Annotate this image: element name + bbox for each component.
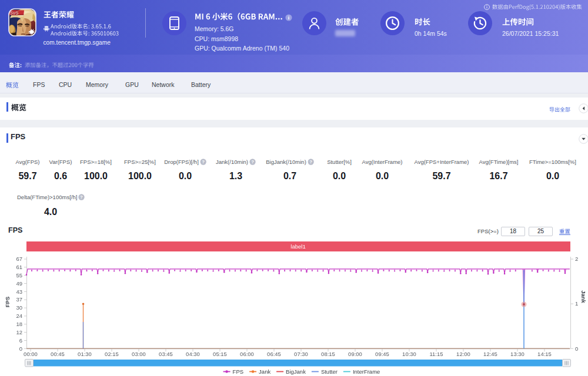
svg-text:03:00: 03:00 (132, 351, 146, 357)
svg-text:43: 43 (16, 288, 22, 295)
svg-text:Stutter: Stutter (321, 368, 338, 375)
svg-text:FPS: FPS (233, 368, 243, 375)
svg-text:00:00: 00:00 (24, 351, 38, 357)
svg-text:10:30: 10:30 (402, 351, 416, 357)
svg-text:05:15: 05:15 (213, 351, 227, 357)
svg-text:07:30: 07:30 (294, 351, 308, 357)
svg-text:61: 61 (16, 264, 22, 270)
svg-text:49: 49 (16, 280, 22, 287)
svg-text:0: 0 (19, 345, 22, 352)
svg-text:09:45: 09:45 (375, 351, 389, 357)
svg-text:04:30: 04:30 (186, 351, 200, 357)
svg-text:12: 12 (16, 329, 22, 335)
svg-text:02:15: 02:15 (105, 351, 119, 357)
svg-text:37: 37 (16, 296, 22, 303)
svg-text:12:45: 12:45 (483, 351, 497, 357)
svg-text:06:00: 06:00 (240, 351, 254, 357)
svg-text:6: 6 (19, 337, 22, 344)
svg-text:Jank: Jank (259, 368, 270, 375)
svg-text:13:30: 13:30 (510, 351, 524, 357)
svg-text:Jank: Jank (580, 290, 587, 303)
svg-text:30: 30 (16, 304, 22, 311)
svg-text:1: 1 (575, 300, 578, 307)
svg-text:09:00: 09:00 (348, 351, 362, 357)
svg-text:06:45: 06:45 (267, 351, 281, 357)
svg-text:label1: label1 (290, 243, 305, 250)
svg-text:0: 0 (575, 345, 578, 352)
svg-text:14:15: 14:15 (537, 351, 552, 357)
svg-text:03:45: 03:45 (159, 351, 173, 357)
svg-text:InterFrame: InterFrame (353, 368, 380, 375)
svg-text:00:45: 00:45 (51, 351, 65, 357)
svg-text:08:15: 08:15 (321, 351, 335, 357)
svg-text:67: 67 (16, 256, 22, 262)
svg-text:11:15: 11:15 (429, 351, 443, 357)
svg-text:24: 24 (16, 313, 22, 319)
svg-text:BigJank: BigJank (286, 368, 306, 375)
svg-text:18: 18 (16, 321, 22, 327)
svg-text:55: 55 (16, 272, 22, 278)
svg-text:2: 2 (575, 256, 578, 262)
svg-text:01:30: 01:30 (78, 351, 92, 357)
svg-text:FPS: FPS (4, 297, 11, 307)
svg-text:12:00: 12:00 (456, 351, 470, 357)
